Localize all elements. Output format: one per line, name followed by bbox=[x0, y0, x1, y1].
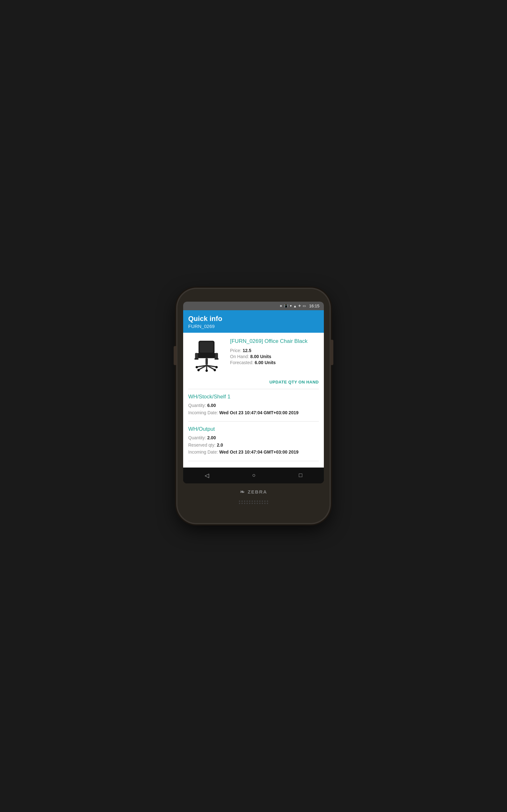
price-row: Price: 12.5 bbox=[230, 348, 319, 353]
svg-point-15 bbox=[214, 369, 216, 371]
speaker-dot bbox=[249, 503, 250, 504]
speaker-grille bbox=[183, 501, 324, 504]
svg-rect-2 bbox=[197, 353, 216, 358]
zebra-logo: ❧ ZEBRA bbox=[240, 489, 268, 496]
signal-icon: ▾ bbox=[290, 304, 292, 308]
status-bar: ∗ 📳 ▾ ▲ ✈ ▭ 16:15 bbox=[183, 302, 324, 310]
location-2-incoming-label: Incoming Date: bbox=[188, 450, 218, 455]
back-button[interactable]: ◁ bbox=[205, 472, 209, 479]
product-image-container bbox=[188, 338, 226, 373]
speaker-dot bbox=[251, 501, 253, 502]
speaker-dot bbox=[244, 501, 245, 502]
speaker-dot bbox=[257, 503, 258, 504]
speaker-dot bbox=[259, 501, 261, 502]
svg-point-17 bbox=[216, 366, 218, 368]
speaker-dot bbox=[254, 503, 256, 504]
speaker-dot bbox=[254, 501, 256, 502]
product-details: [FURN_0269] Office Chair Black Price: 12… bbox=[230, 338, 319, 366]
speaker-dot bbox=[262, 503, 263, 504]
speaker-dot bbox=[249, 501, 250, 502]
price-value: 12.5 bbox=[243, 348, 251, 353]
bluetooth-icon: ∗ bbox=[279, 304, 282, 308]
svg-rect-7 bbox=[206, 358, 208, 364]
on-hand-label: On Hand: bbox=[230, 354, 249, 359]
location-name-1: WH/Stock/Shelf 1 bbox=[188, 394, 319, 400]
location-section-1: WH/Stock/Shelf 1 Quantity: 6.00 Incoming… bbox=[183, 389, 324, 421]
speaker-dot bbox=[257, 501, 258, 502]
speaker-dot bbox=[246, 503, 248, 504]
speaker-dot bbox=[246, 501, 248, 502]
wifi-icon: ▲ bbox=[293, 304, 297, 308]
location-2-reserved-row: Reserved qty: 2.0 bbox=[188, 442, 319, 449]
svg-point-14 bbox=[198, 369, 200, 371]
speaker-dot bbox=[251, 503, 253, 504]
product-section: [FURN_0269] Office Chair Black Price: 12… bbox=[183, 333, 324, 378]
main-content: [FURN_0269] Office Chair Black Price: 12… bbox=[183, 333, 324, 467]
speaker-dot bbox=[267, 501, 268, 502]
svg-point-18 bbox=[206, 369, 208, 372]
speaker-dot bbox=[239, 503, 240, 504]
update-btn-row: UPDATE QTY ON HAND bbox=[183, 378, 324, 389]
device-body: ∗ 📳 ▾ ▲ ✈ ▭ 16:15 Quick info FURN_0269 bbox=[177, 289, 330, 523]
content-spacer bbox=[183, 461, 324, 467]
location-2-quantity-row: Quantity: 2.00 bbox=[188, 435, 319, 441]
zebra-brand-name: ZEBRA bbox=[248, 489, 268, 495]
location-1-quantity-value: 6.00 bbox=[207, 403, 216, 408]
svg-rect-6 bbox=[215, 358, 219, 360]
location-1-incoming-label: Incoming Date: bbox=[188, 410, 218, 415]
svg-point-16 bbox=[195, 366, 198, 368]
on-hand-value: 8.00 Units bbox=[250, 354, 271, 359]
home-button[interactable]: ○ bbox=[252, 472, 256, 478]
forecasted-label: Forecasted: bbox=[230, 360, 253, 365]
product-id-header: FURN_0269 bbox=[188, 323, 319, 329]
zebra-icon: ❧ bbox=[240, 489, 245, 496]
location-2-reserved-value: 2.0 bbox=[217, 443, 223, 448]
location-1-quantity-label: Quantity: bbox=[188, 403, 206, 408]
speaker-dot bbox=[244, 503, 245, 504]
location-name-2: WH/Output bbox=[188, 426, 319, 432]
speaker-dot bbox=[267, 503, 268, 504]
location-2-incoming-value: Wed Oct 23 10:47:04 GMT+03:00 2019 bbox=[219, 450, 298, 455]
speaker-dot bbox=[264, 503, 266, 504]
product-image bbox=[190, 338, 225, 373]
on-hand-row: On Hand: 8.00 Units bbox=[230, 354, 319, 359]
speaker-dot bbox=[259, 503, 261, 504]
location-1-incoming-value: Wed Oct 23 10:47:04 GMT+03:00 2019 bbox=[219, 410, 298, 415]
speaker-dot bbox=[241, 503, 243, 504]
svg-rect-1 bbox=[200, 342, 213, 353]
recent-button[interactable]: □ bbox=[299, 472, 302, 478]
status-time: 16:15 bbox=[309, 304, 320, 308]
speaker-dot bbox=[262, 501, 263, 502]
location-2-reserved-label: Reserved qty: bbox=[188, 443, 216, 448]
status-icons: ∗ 📳 ▾ ▲ ✈ ▭ bbox=[279, 304, 306, 308]
location-section-2: WH/Output Quantity: 2.00 Reserved qty: 2… bbox=[183, 421, 324, 461]
forecasted-value: 6.00 Units bbox=[255, 360, 276, 365]
svg-rect-4 bbox=[194, 358, 199, 360]
location-2-quantity-value: 2.00 bbox=[207, 435, 216, 440]
battery-icon: ▭ bbox=[302, 304, 306, 308]
price-label: Price: bbox=[230, 348, 241, 353]
nav-bar: ◁ ○ □ bbox=[183, 467, 324, 484]
speaker-dot bbox=[239, 501, 240, 502]
app-header: Quick info FURN_0269 bbox=[183, 310, 324, 333]
location-1-incoming-date-row: Incoming Date: Wed Oct 23 10:47:04 GMT+0… bbox=[188, 410, 319, 416]
update-qty-button[interactable]: UPDATE QTY ON HAND bbox=[269, 380, 319, 385]
speaker-dot bbox=[241, 501, 243, 502]
screen: ∗ 📳 ▾ ▲ ✈ ▭ 16:15 Quick info FURN_0269 bbox=[183, 302, 324, 484]
forecasted-row: Forecasted: 6.00 Units bbox=[230, 360, 319, 365]
location-2-quantity-label: Quantity: bbox=[188, 435, 206, 440]
speaker-dot bbox=[264, 501, 266, 502]
product-name: [FURN_0269] Office Chair Black bbox=[230, 338, 319, 345]
zebra-branding-bar: ❧ ZEBRA bbox=[183, 484, 324, 498]
speaker-dots bbox=[239, 501, 268, 504]
airplane-icon: ✈ bbox=[298, 304, 301, 308]
location-1-quantity-row: Quantity: 6.00 bbox=[188, 403, 319, 409]
location-2-incoming-date-row: Incoming Date: Wed Oct 23 10:47:04 GMT+0… bbox=[188, 449, 319, 455]
page-title: Quick info bbox=[188, 315, 319, 323]
vibrate-icon: 📳 bbox=[284, 304, 288, 308]
